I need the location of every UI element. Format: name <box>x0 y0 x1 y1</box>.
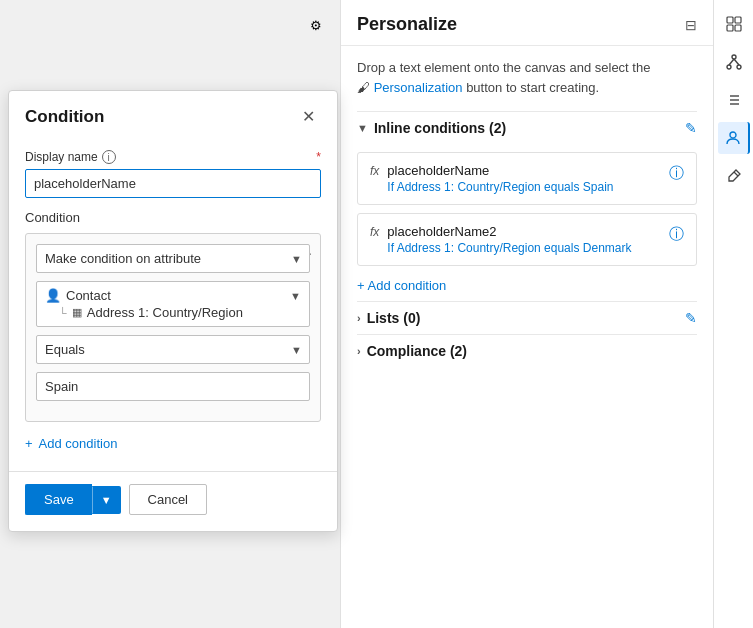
lists-edit-icon[interactable]: ✎ <box>685 310 697 326</box>
sidebar-add-icon[interactable] <box>718 8 750 40</box>
contact-label: Contact <box>66 288 111 303</box>
operator-select[interactable]: Equals <box>36 335 310 364</box>
add-condition-button[interactable]: + Add condition <box>25 436 321 451</box>
inline-conditions-edit-icon[interactable]: ✎ <box>685 120 697 136</box>
tree-line-icon: └ <box>59 307 67 319</box>
inline-conditions-chevron: ▼ <box>357 122 368 134</box>
add-condition-plus-icon: + <box>25 436 33 451</box>
right-sidebar <box>713 0 753 628</box>
condition-2-sub: If Address 1: Country/Region equals Denm… <box>387 241 631 255</box>
svg-rect-2 <box>727 25 733 31</box>
svg-point-6 <box>737 65 741 69</box>
personalization-icon: 🖌 <box>357 80 370 95</box>
svg-line-16 <box>734 172 738 176</box>
svg-rect-0 <box>727 17 733 23</box>
fx-badge-1: fx <box>370 164 379 178</box>
save-button[interactable]: Save <box>25 484 92 515</box>
inline-conditions-label: Inline conditions (2) <box>374 120 506 136</box>
inline-conditions-section-header[interactable]: ▼ Inline conditions (2) ✎ <box>357 111 697 144</box>
display-name-info-icon: i <box>102 150 116 164</box>
compliance-section-header[interactable]: › Compliance (2) <box>357 334 697 367</box>
condition-2-link[interactable]: Address 1: Country/Region equals Denmark <box>397 241 632 255</box>
tree-inner: 👤 Contact └ ▦ Address 1: Country/Region <box>45 288 243 320</box>
display-name-label: Display name i * <box>25 150 321 164</box>
address-label: Address 1: Country/Region <box>87 305 243 320</box>
condition-type-select-row: Make condition on attribute ▼ <box>36 244 310 273</box>
required-indicator: * <box>316 150 321 164</box>
right-add-condition-button[interactable]: + Add condition <box>357 274 697 301</box>
save-dropdown-button[interactable]: ▼ <box>92 486 121 514</box>
right-panel-icon[interactable]: ⊟ <box>685 17 697 33</box>
condition-2-info-icon[interactable]: ⓘ <box>669 225 684 244</box>
address-field-icon: ▦ <box>72 306 82 319</box>
value-input-row <box>36 372 310 401</box>
condition-item-1-content: placeholderName If Address 1: Country/Re… <box>387 163 613 194</box>
condition-item-1-left: fx placeholderName If Address 1: Country… <box>370 163 613 194</box>
sidebar-paint-icon[interactable] <box>718 160 750 192</box>
contact-row: 👤 Contact <box>45 288 243 303</box>
lists-chevron: › <box>357 312 361 324</box>
personalization-link[interactable]: Personalization <box>374 80 463 95</box>
inline-conditions-header-left: ▼ Inline conditions (2) <box>357 120 506 136</box>
svg-line-8 <box>734 59 739 65</box>
condition-1-link[interactable]: Address 1: Country/Region equals Spain <box>397 180 614 194</box>
condition-item-2-left: fx placeholderName2 If Address 1: Countr… <box>370 224 631 255</box>
svg-rect-1 <box>735 17 741 23</box>
right-panel-description: Drop a text element onto the canvas and … <box>357 58 697 97</box>
contact-attribute-tree[interactable]: 👤 Contact └ ▦ Address 1: Country/Region … <box>36 281 310 327</box>
right-panel: Personalize ⊟ Drop a text element onto t… <box>340 0 713 628</box>
modal-title: Condition <box>25 107 104 127</box>
svg-point-4 <box>732 55 736 59</box>
lists-label: Lists (0) <box>367 310 421 326</box>
cancel-button[interactable]: Cancel <box>129 484 207 515</box>
condition-2-name: placeholderName2 <box>387 224 631 239</box>
right-panel-title: Personalize <box>357 14 457 35</box>
svg-rect-3 <box>735 25 741 31</box>
compliance-chevron: › <box>357 345 361 357</box>
condition-1-sub: If Address 1: Country/Region equals Spai… <box>387 180 613 194</box>
compliance-header-left: › Compliance (2) <box>357 343 467 359</box>
condition-modal: Condition ✕ Display name i * Condition .… <box>8 90 338 532</box>
sidebar-person-active-icon[interactable] <box>718 122 750 154</box>
right-add-condition-label: + Add condition <box>357 278 446 293</box>
gear-icon[interactable]: ⚙ <box>310 18 322 33</box>
contact-tree-chevron[interactable]: ▼ <box>290 290 301 302</box>
condition-item-1[interactable]: fx placeholderName If Address 1: Country… <box>357 152 697 205</box>
condition-type-select[interactable]: Make condition on attribute <box>36 244 310 273</box>
close-button[interactable]: ✕ <box>296 105 321 128</box>
compliance-label: Compliance (2) <box>367 343 467 359</box>
lists-section-header[interactable]: › Lists (0) ✎ <box>357 301 697 334</box>
right-header: Personalize ⊟ <box>341 0 713 46</box>
modal-body: Display name i * Condition ... Make cond… <box>9 138 337 467</box>
svg-line-7 <box>729 59 734 65</box>
condition-item-2[interactable]: fx placeholderName2 If Address 1: Countr… <box>357 213 697 266</box>
svg-point-15 <box>730 132 736 138</box>
contact-person-icon: 👤 <box>45 288 61 303</box>
description-end: button to start creating. <box>466 80 599 95</box>
display-name-input[interactable] <box>25 169 321 198</box>
modal-footer: Save ▼ Cancel <box>9 471 337 531</box>
modal-header: Condition ✕ <box>9 91 337 138</box>
condition-section-label: Condition <box>25 210 321 225</box>
right-panel-body: Drop a text element onto the canvas and … <box>341 46 713 628</box>
svg-point-5 <box>727 65 731 69</box>
condition-1-name: placeholderName <box>387 163 613 178</box>
fx-badge-2: fx <box>370 225 379 239</box>
value-input[interactable] <box>36 372 310 401</box>
condition-box: ... Make condition on attribute ▼ 👤 Cont… <box>25 233 321 422</box>
condition-1-info-icon[interactable]: ⓘ <box>669 164 684 183</box>
sidebar-branch-icon[interactable] <box>718 46 750 78</box>
sidebar-list-icon[interactable] <box>718 84 750 116</box>
operator-select-row: Equals ▼ <box>36 335 310 364</box>
add-condition-label: Add condition <box>39 436 118 451</box>
address-row: └ ▦ Address 1: Country/Region <box>45 305 243 320</box>
condition-item-2-content: placeholderName2 If Address 1: Country/R… <box>387 224 631 255</box>
left-background: ⚙ Condition ✕ Display name i * Condition… <box>0 0 340 628</box>
lists-header-left: › Lists (0) <box>357 310 420 326</box>
